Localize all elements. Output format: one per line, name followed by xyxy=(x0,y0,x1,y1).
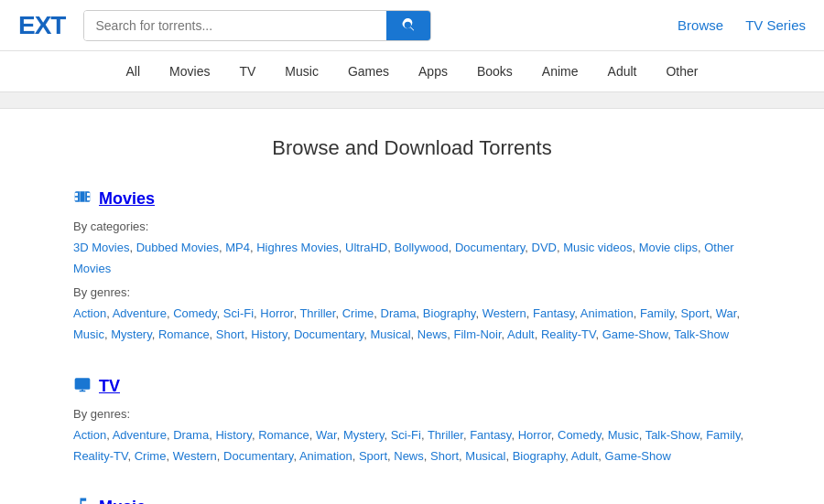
link-reality-tv[interactable]: Reality-TV xyxy=(73,449,127,463)
link-family[interactable]: Family xyxy=(706,428,740,442)
section-title-link-tv[interactable]: TV xyxy=(99,377,120,396)
link-animation[interactable]: Animation xyxy=(299,449,352,463)
link-sci-fi[interactable]: Sci-Fi xyxy=(223,306,254,320)
link-drama[interactable]: Drama xyxy=(381,306,417,320)
link-adult[interactable]: Adult xyxy=(571,449,599,463)
search-form[interactable] xyxy=(83,10,431,41)
link-romance[interactable]: Romance xyxy=(158,327,210,341)
link-adventure[interactable]: Adventure xyxy=(113,428,167,442)
section-title-link-movies[interactable]: Movies xyxy=(99,189,155,209)
link-sport[interactable]: Sport xyxy=(359,449,387,463)
cat-nav-item-anime[interactable]: Anime xyxy=(542,64,579,79)
link-war[interactable]: War xyxy=(716,306,737,320)
music-icon xyxy=(73,496,92,504)
link-game-show[interactable]: Game-Show xyxy=(605,449,671,463)
link-thriller[interactable]: Thriller xyxy=(299,306,335,320)
cat-nav-item-books[interactable]: Books xyxy=(477,64,513,79)
svg-rect-3 xyxy=(75,198,78,200)
separator: , xyxy=(736,306,740,320)
link-fantasy[interactable]: Fantasy xyxy=(533,306,574,320)
link-music[interactable]: Music xyxy=(608,428,639,442)
link-dubbed-movies[interactable]: Dubbed Movies xyxy=(136,241,219,254)
link-talk-show[interactable]: Talk-Show xyxy=(674,327,729,341)
link-dvd[interactable]: DVD xyxy=(532,241,557,254)
link-reality-tv[interactable]: Reality-TV xyxy=(541,327,595,341)
link-drama[interactable]: Drama xyxy=(173,428,209,442)
link-biography[interactable]: Biography xyxy=(423,306,476,320)
cat-nav-item-music[interactable]: Music xyxy=(285,64,319,79)
link-mystery[interactable]: Mystery xyxy=(111,327,152,341)
cat-nav-item-movies[interactable]: Movies xyxy=(169,64,210,79)
link-sport[interactable]: Sport xyxy=(680,306,709,320)
link-musical[interactable]: Musical xyxy=(465,449,505,463)
cat-nav-item-games[interactable]: Games xyxy=(348,64,389,79)
link-comedy[interactable]: Comedy xyxy=(558,428,601,442)
link-ultrahd[interactable]: UltraHD xyxy=(345,241,387,254)
separator: , xyxy=(217,449,223,463)
link-family[interactable]: Family xyxy=(640,306,674,320)
link-adult[interactable]: Adult xyxy=(507,327,535,341)
link-music[interactable]: Music xyxy=(73,327,104,341)
search-input[interactable] xyxy=(84,11,386,40)
link-music-videos[interactable]: Music videos xyxy=(563,241,632,254)
link-fantasy[interactable]: Fantasy xyxy=(470,428,511,442)
cat-nav-item-apps[interactable]: Apps xyxy=(418,64,448,79)
link-news[interactable]: News xyxy=(417,327,448,341)
link-western[interactable]: Western xyxy=(482,306,526,320)
link-crime[interactable]: Crime xyxy=(135,449,167,463)
link-short[interactable]: Short xyxy=(216,327,244,341)
link-biography[interactable]: Biography xyxy=(513,449,566,463)
link-action[interactable]: Action xyxy=(73,428,106,442)
cat-nav-item-adult[interactable]: Adult xyxy=(608,64,637,79)
link-romance[interactable]: Romance xyxy=(258,428,309,442)
link-comedy[interactable]: Comedy xyxy=(173,306,216,320)
link-bollywood[interactable]: Bollywood xyxy=(394,241,448,254)
section-title-movies: Movies xyxy=(73,188,751,210)
link-talk-show[interactable]: Talk-Show xyxy=(645,428,699,442)
nav-browse[interactable]: Browse xyxy=(678,17,723,33)
link-horror[interactable]: Horror xyxy=(260,306,293,320)
header: EXT Browse TV Series xyxy=(0,0,824,51)
link-war[interactable]: War xyxy=(316,428,337,442)
link-musical[interactable]: Musical xyxy=(370,327,410,341)
link-crime[interactable]: Crime xyxy=(342,306,374,320)
link-horror[interactable]: Horror xyxy=(518,428,551,442)
nav-tv-series[interactable]: TV Series xyxy=(745,17,806,33)
cat-nav-item-tv[interactable]: TV xyxy=(239,64,255,79)
link-news[interactable]: News xyxy=(394,449,424,463)
link-sci-fi[interactable]: Sci-Fi xyxy=(391,428,421,442)
link-mp4[interactable]: MP4 xyxy=(225,241,250,254)
link-history[interactable]: History xyxy=(215,428,251,442)
separator: , xyxy=(710,306,716,320)
link-3d-movies[interactable]: 3D Movies xyxy=(73,241,129,254)
link-mystery[interactable]: Mystery xyxy=(343,428,385,442)
search-button[interactable] xyxy=(386,11,430,40)
link-thriller[interactable]: Thriller xyxy=(428,428,463,442)
link-documentary[interactable]: Documentary xyxy=(223,449,293,463)
section-title-music: Music xyxy=(73,496,751,504)
separator: , xyxy=(598,449,604,463)
link-highres-movies[interactable]: Highres Movies xyxy=(256,241,339,254)
cat-nav-item-all[interactable]: All xyxy=(126,64,141,79)
link-list-movies-1: Action, Adventure, Comedy, Sci-Fi, Horro… xyxy=(73,303,751,346)
gray-bar xyxy=(0,92,824,109)
link-game-show[interactable]: Game-Show xyxy=(602,327,668,341)
link-animation[interactable]: Animation xyxy=(580,306,634,320)
link-documentary[interactable]: Documentary xyxy=(455,241,525,254)
section-title-link-music[interactable]: Music xyxy=(99,498,146,504)
link-short[interactable]: Short xyxy=(430,449,459,463)
link-history[interactable]: History xyxy=(251,327,287,341)
link-adventure[interactable]: Adventure xyxy=(113,306,167,320)
cat-nav-item-other[interactable]: Other xyxy=(666,64,698,79)
link-film-noir[interactable]: Film-Noir xyxy=(454,327,502,341)
group-label-movies-1: By genres: xyxy=(73,285,751,299)
separator: , xyxy=(740,428,743,442)
link-action[interactable]: Action xyxy=(73,306,106,320)
link-documentary[interactable]: Documentary xyxy=(294,327,363,341)
separator: , xyxy=(424,449,430,463)
link-movie-clips[interactable]: Movie clips xyxy=(639,241,698,254)
separator: , xyxy=(535,327,541,341)
logo[interactable]: EXT xyxy=(18,11,65,40)
link-western[interactable]: Western xyxy=(173,449,217,463)
separator: , xyxy=(127,449,134,463)
